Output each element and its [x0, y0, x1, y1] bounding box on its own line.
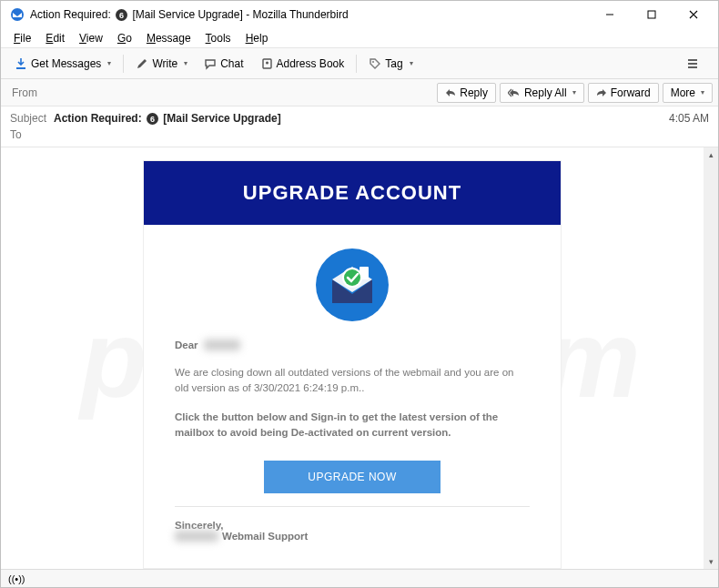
statusbar: ((•)) [1, 569, 718, 587]
toolbar-separator [123, 55, 124, 73]
email-banner: UPGRADE ACCOUNT [144, 161, 561, 225]
menu-go[interactable]: Go [110, 30, 139, 46]
svg-point-8 [372, 61, 374, 63]
maximize-button[interactable] [631, 1, 673, 28]
signoff: Sincerely, [175, 520, 530, 531]
upgrade-now-button[interactable]: UPGRADE NOW [264, 461, 441, 493]
minimize-button[interactable] [589, 1, 631, 28]
online-status-icon[interactable]: ((•)) [8, 573, 25, 584]
email-wrapper: UPGRADE ACCOUNT [1, 147, 704, 569]
window-buttons [589, 1, 714, 28]
reply-all-icon [508, 87, 521, 98]
svg-point-15 [344, 269, 360, 286]
tag-icon [369, 57, 381, 70]
menu-help[interactable]: Help [238, 30, 276, 46]
get-messages-button[interactable]: Get Messages [6, 53, 119, 75]
redacted-signature [175, 531, 218, 542]
email-body: Dear We are closing down all outdated ve… [144, 225, 561, 563]
app-menu-button[interactable] [678, 53, 707, 75]
more-button[interactable]: More [663, 83, 713, 103]
reply-icon [445, 87, 456, 98]
forward-icon [596, 87, 607, 98]
scroll-up-arrow[interactable]: ▴ [704, 147, 718, 162]
svg-rect-5 [16, 67, 25, 69]
from-label: From [12, 86, 37, 99]
reply-all-button[interactable]: Reply All [500, 83, 584, 103]
thunderbird-icon [10, 7, 25, 22]
menu-tools[interactable]: Tools [198, 30, 238, 46]
close-button[interactable] [673, 1, 714, 28]
toolbar: Get Messages Write Chat Address Book Tag [1, 48, 718, 79]
tag-button[interactable]: Tag [360, 53, 420, 75]
menu-view[interactable]: View [72, 30, 110, 46]
badge-6-icon: 6 [116, 9, 127, 21]
subject-value: Action Required: 6 [Mail Service Upgrade… [54, 112, 669, 126]
to-label: To [10, 128, 54, 141]
reply-button[interactable]: Reply [437, 83, 496, 103]
hamburger-icon [686, 57, 699, 70]
address-book-icon [260, 57, 273, 70]
app-window: Action Required: 6 [Mail Service Upgrade… [0, 0, 719, 588]
email-card: UPGRADE ACCOUNT [143, 160, 562, 569]
menubar: File Edit View Go Message Tools Help [1, 28, 718, 48]
svg-point-7 [266, 61, 268, 64]
body-paragraph-1: We are closing down all outdated version… [175, 365, 530, 397]
chat-icon [204, 57, 217, 70]
envelope-check-icon [175, 247, 530, 323]
forward-button[interactable]: Forward [588, 83, 659, 103]
scroll-down-arrow[interactable]: ▾ [704, 554, 718, 569]
menu-message[interactable]: Message [139, 30, 198, 46]
address-book-button[interactable]: Address Book [252, 53, 353, 75]
badge-6-icon: 6 [147, 113, 158, 125]
toolbar-separator [356, 55, 357, 73]
body-paragraph-2: Click the button below and Sign-in to ge… [175, 410, 530, 441]
divider [175, 506, 530, 507]
message-headers: Subject Action Required: 6 [Mail Service… [1, 106, 718, 147]
signature-line: Webmail Support [175, 531, 530, 542]
greeting-line: Dear [175, 340, 530, 350]
write-button[interactable]: Write [127, 53, 196, 75]
subject-label: Subject [10, 112, 54, 125]
download-icon [15, 57, 27, 70]
menu-file[interactable]: File [6, 30, 38, 46]
message-body-viewport: pcrisk.com UPGRADE ACCOUNT [1, 147, 718, 569]
menu-edit[interactable]: Edit [38, 30, 72, 46]
message-time: 4:05 AM [669, 112, 709, 125]
window-title: Action Required: 6 [Mail Service Upgrade… [30, 8, 589, 22]
message-actions: From Reply Reply All Forward More [1, 79, 718, 106]
redacted-name [204, 340, 240, 350]
svg-rect-2 [648, 11, 655, 18]
vertical-scrollbar[interactable]: ▴ ▾ [704, 147, 718, 569]
chat-button[interactable]: Chat [196, 53, 251, 75]
titlebar: Action Required: 6 [Mail Service Upgrade… [1, 1, 718, 28]
pencil-icon [136, 57, 148, 70]
